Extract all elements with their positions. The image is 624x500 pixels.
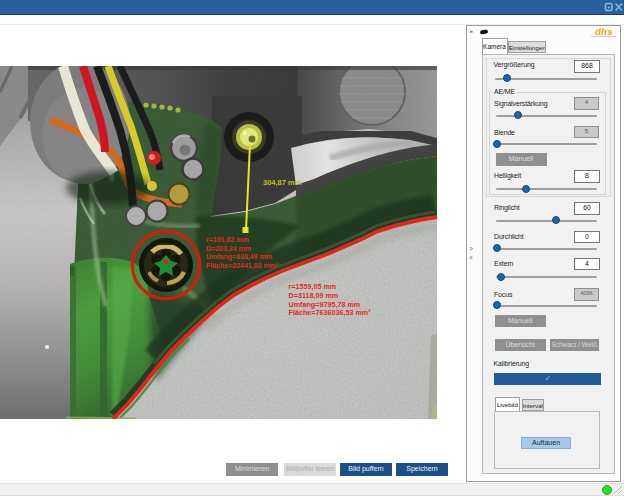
svg-text:D=3118,09 mm: D=3118,09 mm	[289, 291, 339, 300]
svg-text:r=101,62 mm: r=101,62 mm	[206, 236, 249, 244]
svg-text:D=203,24 mm: D=203,24 mm	[206, 245, 251, 253]
svg-text:r=1559,05 mm: r=1559,05 mm	[289, 282, 337, 291]
svg-text:Fläche=7636036,53 mm²: Fläche=7636036,53 mm²	[289, 308, 372, 317]
svg-text:Umfang=9795,78 mm: Umfang=9795,78 mm	[289, 300, 361, 309]
svg-text:Umfang=638,49 mm: Umfang=638,49 mm	[206, 253, 272, 261]
svg-text:304,87 mm: 304,87 mm	[263, 178, 302, 187]
svg-text:Fläche=32441,03 mm²: Fläche=32441,03 mm²	[206, 262, 279, 270]
